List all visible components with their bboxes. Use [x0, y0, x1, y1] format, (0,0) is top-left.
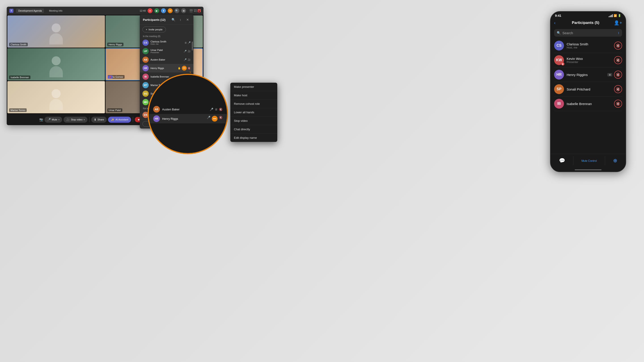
mobile-participant-clarissa[interactable]: CS Clarissa Smith Host, me 🔇 [554, 38, 622, 53]
bottom-divider [573, 156, 573, 165]
phone-header: ‹ Participants (5) 👤+ [550, 18, 626, 27]
mobile-participant-isabelle[interactable]: IB Isabelle Brennan 🔇 [554, 96, 622, 111]
more-options-henry[interactable]: ••• [182, 66, 187, 71]
share-button[interactable]: ⬆ Share [91, 117, 107, 123]
avatar-clarissa: CS [142, 39, 149, 46]
mobile-mic-clarissa[interactable]: 🔇 [614, 41, 622, 50]
phone-participant-list: CS Clarissa Smith Host, me 🔇 KW ▶ Kevin … [550, 38, 626, 111]
menu-edit-display-name[interactable]: Edit display name [230, 134, 277, 142]
mobile-mic-isabelle[interactable]: 🔇 [614, 100, 622, 108]
mobile-name-clarissa: Clarissa Smith [567, 42, 614, 46]
title-bar: T Development Agenda Meeting info 12:40 … [7, 7, 204, 15]
screen-icon-clarissa: 🖥 [184, 41, 187, 44]
role-umar: Presenter [150, 51, 184, 54]
participant-henry[interactable]: HR Henry Riggs ✋ ••• 🔇 [140, 64, 194, 72]
avatar-umar: UP [142, 48, 149, 54]
video-on-icon[interactable]: ▶ [154, 8, 159, 13]
video-cell-isabelle: Isabelle Brennan [8, 48, 105, 80]
phone-participants-title: Participants (5) [557, 20, 614, 25]
ai-assistant-button[interactable]: ✨ AI Assistant [108, 117, 131, 123]
layout-icon[interactable]: ⊞ [181, 8, 186, 13]
panel-title: Participants (12) [143, 18, 166, 21]
participant-umar[interactable]: UP Umar Patel Presenter 🎤 🎥 [140, 47, 194, 55]
menu-make-host[interactable]: Make host [230, 91, 277, 100]
add-person-icon[interactable]: 👤+ [614, 20, 622, 25]
phone-search-icon: 🔍 [557, 31, 560, 35]
search-icon[interactable]: 🔍 [174, 8, 179, 13]
tab-development[interactable]: Development Agenda [16, 8, 44, 13]
name-austen: Austen Baker [150, 58, 184, 61]
phone-bottom-bar: 💬 Mute Control ⊕ [550, 154, 626, 172]
tab-meeting-info[interactable]: Meeting info [47, 8, 64, 13]
zoom-row-austen: AB Austen Baker 🎤 🖥 🔇 [149, 105, 227, 114]
search-participants-icon[interactable]: 🔍 [170, 17, 176, 22]
video-label-umar: Umar Patel [107, 108, 122, 112]
sort-button[interactable]: ↕ [618, 31, 620, 35]
avatar-murad: MH [142, 99, 149, 105]
close-panel-icon[interactable]: ✕ [185, 17, 190, 22]
invite-people-button[interactable]: + Invite people [142, 26, 166, 32]
avatar-isabella: IB [142, 73, 149, 80]
mobile-mic-kevin[interactable]: 🔇 [614, 56, 622, 64]
zoom-muted-henry: 🔇 [219, 116, 222, 122]
teams-logo: T [10, 9, 14, 13]
close-button[interactable]: ✕ [198, 9, 201, 12]
video-button[interactable]: 🎥 Stop video ▾ [64, 117, 88, 123]
avatar-marise: MT [142, 82, 149, 88]
back-button[interactable]: ‹ [554, 20, 556, 25]
video-label-marise: Marise Torres [9, 108, 26, 112]
zoom-row-henry: HR Henry Riggs 🎤 ••• 🔇 [149, 114, 227, 123]
mobile-mic-henry[interactable]: 🔇 [614, 71, 622, 79]
name-clarissa: Clarissa Smith [150, 40, 184, 43]
zoom-mic-henry: 🎤 [207, 116, 210, 122]
minimize-button[interactable]: — [190, 9, 193, 12]
maximize-button[interactable]: □ [194, 9, 197, 12]
menu-remove-cohost[interactable]: Remove cohost role [230, 100, 277, 108]
mobile-participant-kevin[interactable]: KW ▶ Kevin Woo Presenter 🔇 [554, 53, 622, 67]
video-label-isabelle: Isabelle Brennan [9, 75, 30, 79]
sort-icon[interactable]: ↕ [178, 17, 183, 22]
add-bottom-button[interactable]: ⊕ [613, 158, 617, 164]
search-input[interactable]: Search [562, 31, 616, 35]
mic-icon-clarissa: 🎤 [188, 41, 191, 44]
raise-hand-icon-henry: ✋ [178, 67, 181, 70]
chat-icon[interactable]: ✉ [168, 8, 173, 13]
stop-icon[interactable]: ● [148, 8, 152, 13]
share-icon[interactable]: ⬆ [161, 8, 166, 13]
video-label-henry: Henry Riggs [107, 43, 124, 46]
chat-bottom-button[interactable]: 💬 [559, 158, 565, 164]
zoom-name-henry: Henry Riggs [162, 117, 178, 120]
mobile-name-isabelle: Isabelle Brennan [567, 102, 614, 106]
mobile-mic-sonali[interactable]: 🔇 [614, 85, 622, 93]
zoom-name-austen: Austen Baker [162, 108, 180, 111]
menu-make-presenter[interactable]: Make presenter [230, 83, 277, 91]
mobile-participant-henry[interactable]: HR Henry Riggins 🖥 🔇 [554, 67, 622, 82]
video-muted-austen: 🎥 [188, 58, 191, 61]
mobile-participant-sonali[interactable]: SP Sonali Pritchard 🔇 [554, 82, 622, 96]
mic-icon-umar: 🎤 [184, 50, 187, 53]
mobile-avatar-henry: HR [554, 70, 564, 79]
meeting-time: 12:40 [140, 9, 146, 12]
view-mode-icon[interactable]: 📷 [39, 118, 43, 121]
menu-chat-directly[interactable]: Chat directly [230, 125, 277, 134]
search-bar: 🔍 Search ↕ [554, 29, 622, 37]
mobile-phone: 9:41 📶 🔋 ‹ Participants (5) 👤+ 🔍 Search … [550, 11, 626, 172]
mobile-role-clarissa: Host, me [567, 46, 614, 49]
mute-button[interactable]: 🎤 Mute ▾ [44, 117, 62, 123]
participant-clarissa[interactable]: CS Clarissa Smith Host, me 🖥 🎤 [140, 38, 194, 47]
mic-muted-henry: 🔇 [188, 67, 191, 70]
signal-icon [609, 14, 613, 17]
menu-stop-video[interactable]: Stop video [230, 117, 277, 125]
mobile-name-henry: Henry Riggins [567, 73, 607, 77]
video-cell-clarissa: Clarissa Smith [8, 15, 105, 48]
mobile-name-kevin: Kevin Woo [567, 57, 614, 60]
zoom-avatar-henry: HR [153, 115, 160, 122]
zoom-circle: AB Austen Baker 🎤 🖥 🔇 HR Henry Riggs 🎤 •… [148, 74, 228, 154]
zoom-more-btn-henry[interactable]: ••• [212, 116, 218, 122]
mobile-avatar-isabelle: IB [554, 99, 564, 109]
menu-lower-all-hands[interactable]: Lower all hands [230, 108, 277, 117]
participant-austen[interactable]: AB Austen Baker 🎤 🎥 [140, 55, 194, 64]
scroll-bar[interactable] [192, 41, 193, 50]
zoom-avatar-austen: AB [153, 106, 160, 113]
mute-control-button[interactable]: Mute Control [582, 159, 597, 162]
